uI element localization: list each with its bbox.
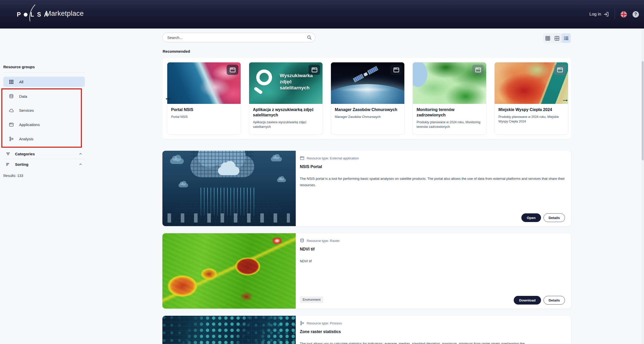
recommended-card-cloud-manager[interactable]: Manager Zasobów Chmurowych Manager Zasob… — [331, 62, 405, 135]
result-content: Resource type: Process Zone raster stati… — [296, 316, 571, 344]
chevron-up-icon — [79, 162, 83, 166]
portal-nsis-image — [167, 62, 241, 104]
inner-cloud-graphic — [218, 167, 239, 175]
scrollbar-track[interactable] — [641, 29, 644, 344]
grid-3x3-icon — [545, 36, 550, 41]
app-window-icon — [557, 67, 563, 73]
grid-2x2-icon — [554, 36, 560, 41]
details-button[interactable]: Details — [544, 296, 565, 305]
sidebar-item-label: Services — [19, 108, 34, 113]
environment-tag: Environment — [300, 296, 323, 303]
sorting-label: Sorting — [15, 162, 29, 167]
app-window-badge — [390, 65, 402, 75]
image-caption: Wyszukiwarka zdjęć satelitarnych — [280, 73, 318, 91]
zone-raster-row-image — [162, 316, 296, 344]
circuit-dots-graphic — [162, 316, 296, 344]
recommended-card-forest-monitoring[interactable]: Monitoring terenów zadrzewionych Produkt… — [413, 62, 486, 135]
card-description: Produkty planowane w 2024 roku, Monitori… — [417, 120, 482, 129]
login-button[interactable]: Log in — [589, 11, 609, 17]
top-navbar: PLSΛ Marketplace Log in — [0, 0, 644, 29]
result-actions: Download Details — [514, 296, 565, 305]
heat-islands-image — [495, 62, 568, 104]
results-count: Results: 133 — [3, 174, 23, 178]
result-description: The NSIS portal is a tool for performing… — [300, 176, 565, 188]
field-stripes-graphic — [162, 233, 296, 309]
magnifier-handle — [254, 87, 263, 94]
database-icon — [9, 94, 14, 99]
view-grid-3x3-button[interactable] — [543, 33, 552, 43]
result-row-zone-raster-statistics: Resource type: Process Zone raster stati… — [162, 316, 571, 344]
navbar-right: Log in ? — [589, 0, 639, 29]
cloud-manager-image — [331, 62, 404, 104]
help-icon[interactable]: ? — [633, 11, 639, 18]
app-window-icon — [475, 67, 481, 73]
view-list-button[interactable] — [561, 33, 571, 43]
nsis-portal-row-image — [162, 151, 296, 226]
card-body: Miejskie Wyspy Ciepła 2024 Produkty plan… — [495, 104, 568, 127]
recommended-heading: Recommended — [163, 49, 190, 53]
sidebar-item-applications[interactable]: Applications — [3, 119, 85, 130]
language-flag-uk-icon[interactable] — [621, 11, 627, 18]
app-window-badge — [308, 65, 320, 75]
recommended-card-heat-islands[interactable]: Miejskie Wyspy Ciepła 2024 Produkty plan… — [494, 62, 568, 135]
sidebar-item-label: Analysis — [19, 137, 33, 141]
sidebar-item-services[interactable]: Services — [3, 105, 85, 115]
app-window-badge — [472, 65, 484, 75]
grid-icon — [9, 79, 14, 84]
card-description: Produkty planowane w 2024 roku, Miejskie… — [498, 115, 564, 124]
app-title: Marketplace — [45, 10, 84, 18]
categories-section-toggle[interactable]: Categories — [3, 150, 85, 158]
app-window-icon — [393, 67, 400, 73]
app-window-badge — [554, 65, 566, 75]
download-button[interactable]: Download — [514, 296, 541, 305]
sidebar-divider — [3, 159, 85, 159]
result-title: NDVI tif — [300, 247, 565, 252]
result-content: Resource type: Raster NDVI tif NDVI tif … — [296, 233, 571, 309]
sidebar-item-label: All — [19, 80, 23, 84]
card-description: Manager Zasobów Chmurowych — [335, 115, 401, 119]
result-row-ndvi-tif: Resource type: Raster NDVI tif NDVI tif … — [162, 233, 571, 309]
app-window-icon — [311, 67, 318, 73]
card-body: Manager Zasobów Chmurowych Manager Zasob… — [331, 104, 404, 122]
process-icon — [9, 136, 14, 141]
card-title: Portal NSIS — [171, 107, 237, 113]
marketplace-page: PLSΛ Marketplace Log in — [0, 0, 644, 344]
search-input[interactable] — [162, 33, 315, 42]
carousel-next-button[interactable]: → — [561, 95, 569, 103]
carousel-prev-button[interactable]: ← — [164, 94, 172, 101]
details-button[interactable]: Details — [544, 213, 565, 222]
card-body: Monitoring terenów zadrzewionych Produkt… — [413, 104, 486, 132]
image-search-app-image: Wyszukiwarka zdjęć satelitarnych — [249, 62, 323, 104]
recommended-card-image-search-app[interactable]: Wyszukiwarka zdjęć satelitarnych Aplikac… — [249, 62, 323, 135]
card-description: Portal NSIS — [171, 115, 237, 119]
magnifier-icon — [256, 70, 272, 85]
navbar-divider — [615, 9, 615, 19]
forest-monitoring-image — [413, 62, 486, 104]
recommended-card-portal-nsis[interactable]: Portal NSIS Portal NSIS — [167, 62, 241, 135]
earth-graphic — [331, 84, 404, 104]
search-icon — [307, 35, 312, 40]
app-window-icon — [300, 156, 304, 160]
sidebar-item-analysis[interactable]: Analysis — [3, 134, 85, 144]
card-title: Aplikacja z wyszukiwarką zdjęć satelitar… — [253, 107, 319, 118]
open-button[interactable]: Open — [521, 213, 541, 222]
sorting-section-toggle[interactable]: Sorting — [3, 160, 85, 168]
polsa-logo-letters: PLSΛ — [17, 11, 48, 18]
result-content: Resource type: External application NSIS… — [296, 151, 571, 226]
sidebar-item-data[interactable]: Data — [3, 91, 85, 101]
polsa-logo-orb — [24, 13, 28, 17]
sidebar-item-label: Applications — [19, 122, 40, 127]
result-actions: Open Details — [521, 213, 565, 222]
ndvi-row-image — [162, 233, 296, 309]
app-window-icon — [9, 122, 14, 127]
view-grid-2x2-button[interactable] — [552, 33, 561, 43]
login-label: Log in — [589, 12, 601, 17]
scrollbar-thumb[interactable] — [642, 61, 644, 160]
app-window-badge — [227, 65, 238, 75]
recommended-carousel: Portal NSIS Portal NSIS Wyszukiwarka zdj… — [162, 58, 571, 139]
resource-type-label: Resource type: External application — [307, 156, 359, 160]
sidebar-item-all[interactable]: All — [3, 77, 85, 87]
filter-icon — [6, 152, 10, 156]
card-title: Manager Zasobów Chmurowych — [335, 107, 401, 113]
card-description: Aplikacja zawiera wyszukiwarkę zdjęć sat… — [253, 120, 319, 129]
